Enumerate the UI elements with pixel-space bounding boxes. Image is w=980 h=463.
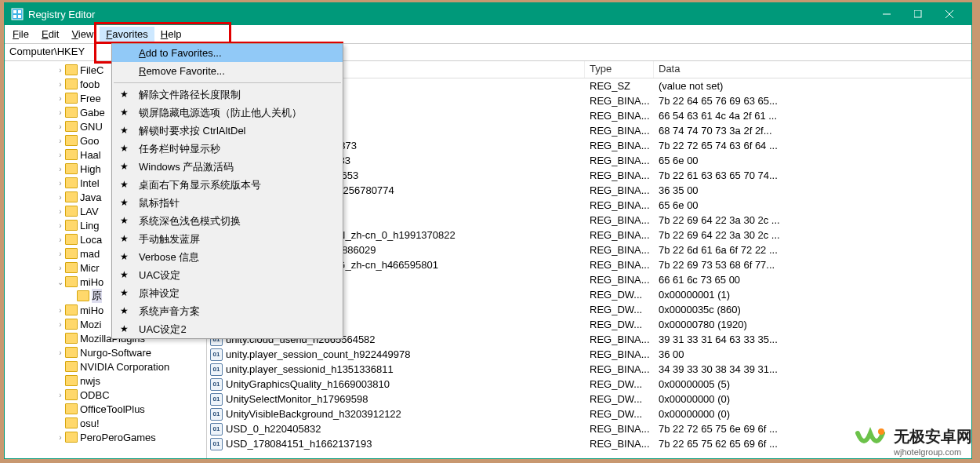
tree-item[interactable]: ›Nurgo-Software (5, 345, 206, 359)
star-icon: ★ (120, 323, 129, 334)
value-row[interactable]: UnityGraphicsQuality_h1669003810REG_DW..… (207, 377, 971, 392)
value-type: REG_DW... (585, 319, 654, 330)
tree-item[interactable]: osu! (5, 416, 206, 430)
fav-item[interactable]: ★鼠标指针 (112, 194, 343, 212)
chevron-icon[interactable]: › (56, 66, 65, 75)
fav-item[interactable]: ★系统声音方案 (112, 302, 343, 320)
menu-edit[interactable]: Edit (35, 27, 65, 42)
chevron-icon[interactable]: › (56, 250, 65, 258)
fav-item[interactable]: ★任务栏时钟显示秒 (112, 140, 343, 158)
chevron-icon[interactable]: › (56, 433, 65, 442)
col-data[interactable]: Data (654, 61, 971, 78)
star-icon: ★ (120, 305, 129, 316)
fav-item[interactable]: ★系统深色浅色模式切换 (112, 212, 343, 230)
maximize-button[interactable] (902, 3, 934, 25)
menu-view[interactable]: View (65, 27, 100, 42)
chevron-icon[interactable]: › (56, 320, 65, 329)
value-data: 65 6e 00 (654, 199, 971, 211)
value-data: 36 35 00 (654, 184, 971, 196)
folder-icon (65, 304, 78, 315)
fav-item[interactable]: ★解锁时要求按 CtrlAltDel (112, 122, 343, 140)
titlebar[interactable]: Registry Editor (5, 3, 971, 25)
fav-item[interactable]: ★原神设定 (112, 284, 343, 302)
menu-help[interactable]: Help (154, 27, 188, 42)
tree-item[interactable]: ›ODBC (5, 388, 206, 402)
svg-rect-4 (18, 15, 21, 18)
value-type: REG_BINA... (585, 95, 654, 107)
tree-item[interactable]: nwjs (5, 374, 206, 388)
fav-item[interactable]: ★解除文件路径长度限制 (112, 86, 343, 104)
chevron-icon[interactable]: › (56, 122, 65, 131)
fav-item-label: UAC设定2 (139, 323, 187, 337)
value-row[interactable]: unity.player_sessionid_h1351336811REG_BI… (207, 362, 971, 377)
chevron-icon[interactable]: › (56, 193, 65, 202)
value-data: 39 31 33 31 64 63 33 35... (654, 334, 971, 345)
fav-item[interactable]: ★UAC设定 (112, 266, 343, 284)
menu-file[interactable]: File (6, 27, 35, 42)
minimize-button[interactable] (871, 3, 902, 25)
chevron-icon[interactable]: ⌄ (56, 278, 65, 286)
tree-item[interactable]: NVIDIA Corporation (5, 359, 206, 374)
chevron-icon[interactable]: › (56, 207, 65, 216)
fav-item[interactable]: ★锁屏隐藏电源选项（防止他人关机） (112, 104, 343, 122)
value-row[interactable]: unity.player_session_count_h922449978REG… (207, 347, 971, 362)
tree-item-label: NVIDIA Corporation (80, 361, 169, 373)
fav-item[interactable]: ★Windows 产品激活码 (112, 158, 343, 176)
tree-item-label: osu! (80, 417, 100, 429)
value-data: 0x0000035c (860) (654, 304, 971, 315)
chevron-icon[interactable]: › (56, 221, 65, 230)
tree-item-label: Nurgo-Software (80, 347, 151, 359)
menu-favorites[interactable]: Favorites (100, 27, 154, 42)
chevron-icon[interactable]: › (56, 80, 65, 89)
chevron-icon[interactable]: › (56, 94, 65, 103)
reg-bin-icon (210, 423, 223, 436)
chevron-icon[interactable]: › (56, 151, 65, 159)
folder-icon (65, 432, 78, 443)
value-data: 0x00000000 (0) (654, 393, 971, 405)
tree-item[interactable]: ›PeroPeroGames (5, 430, 206, 444)
value-data: 66 54 63 61 4c 4a 2f 61 ... (654, 110, 971, 122)
fav-item[interactable]: ★Verbose 信息 (112, 248, 343, 266)
col-type[interactable]: Type (585, 61, 654, 78)
folder-icon (65, 389, 78, 400)
tree-item[interactable]: OfficeToolPlus (5, 402, 206, 416)
fav-item[interactable]: ★桌面右下角显示系统版本号 (112, 176, 343, 194)
value-name: USD_178084151_h1662137193 (226, 438, 372, 450)
value-row[interactable]: UnityVisibleBackground_h3203912122REG_DW… (207, 406, 971, 421)
folder-icon (65, 361, 78, 372)
value-type: REG_BINA... (585, 199, 654, 211)
chevron-icon[interactable]: › (56, 137, 65, 145)
tree-item-label: Java (80, 191, 101, 203)
fav-item[interactable]: ★UAC设定2 (112, 320, 343, 338)
tree-item-label: Gabe (80, 107, 105, 118)
chevron-icon[interactable]: › (56, 348, 65, 357)
fav-item-label: Windows 产品激活码 (139, 160, 234, 174)
value-type: REG_BINA... (585, 184, 654, 196)
star-icon: ★ (120, 89, 129, 100)
value-type: REG_SZ (585, 80, 654, 92)
fav-remove[interactable]: Remove Favorite... (112, 62, 343, 80)
close-button[interactable] (934, 3, 965, 25)
svg-point-9 (878, 428, 884, 435)
star-icon: ★ (120, 197, 129, 208)
value-row[interactable]: UnitySelectMonitor_h17969598REG_DW...0x0… (207, 392, 971, 406)
svg-rect-2 (18, 10, 21, 13)
chevron-icon[interactable]: › (56, 108, 65, 117)
tree-item-label: Micr (80, 262, 100, 274)
chevron-icon[interactable]: › (56, 235, 65, 244)
svg-rect-6 (914, 10, 921, 17)
value-type: REG_BINA... (585, 214, 654, 226)
value-type: REG_BINA... (585, 259, 654, 271)
value-data: 0x00000780 (1920) (654, 319, 971, 330)
chevron-icon[interactable]: › (56, 165, 65, 173)
chevron-icon[interactable]: › (56, 179, 65, 188)
tree-item-label: Haal (80, 149, 101, 161)
chevron-icon[interactable]: › (56, 391, 65, 399)
chevron-icon[interactable]: › (56, 264, 65, 272)
chevron-icon[interactable]: › (56, 306, 65, 315)
value-data: 36 00 (654, 348, 971, 360)
value-data: 65 6e 00 (654, 155, 971, 166)
value-type: REG_BINA... (585, 274, 654, 286)
fav-add[interactable]: Add to Favorites... (112, 44, 343, 62)
fav-item[interactable]: ★手动触发蓝屏 (112, 230, 343, 248)
